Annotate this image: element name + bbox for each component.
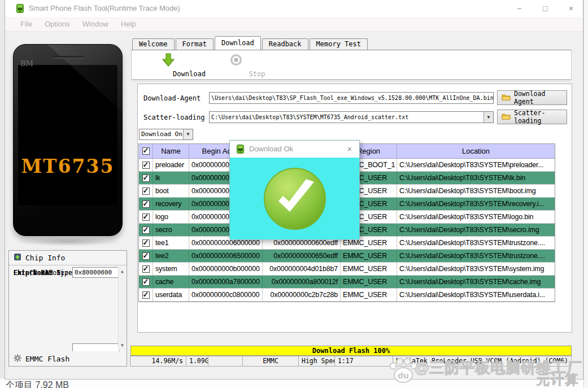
progress-bar: Download Flash 100% bbox=[130, 346, 572, 356]
select-all-checkbox-cell[interactable] bbox=[139, 144, 153, 158]
header-name[interactable]: Name bbox=[153, 144, 189, 158]
phone-illustration: MT6735 BM bbox=[13, 44, 123, 236]
stop-button[interactable]: Stop bbox=[215, 52, 257, 79]
chip-field-label: Extern RAM Size: bbox=[14, 269, 76, 277]
window-title: Smart Phone Flash Tool(Runtime Trace Mod… bbox=[29, 0, 180, 17]
row-checkbox-cell[interactable] bbox=[139, 198, 153, 210]
cell-location: C:\Users\dai\Desktop\T83\SYSTEM\system.i… bbox=[397, 263, 555, 275]
row-checkbox[interactable] bbox=[142, 239, 150, 247]
row-checkbox[interactable] bbox=[142, 213, 150, 221]
download-agent-button[interactable]: Download Agent bbox=[497, 90, 567, 105]
chip-info-scrollbar[interactable]: ▲ ▼ bbox=[118, 267, 125, 350]
scatter-file-value: C:\Users\dai\Desktop\T83\SYSTEM\MT6735_A… bbox=[211, 114, 408, 120]
status-cell: 14.96M/s bbox=[130, 356, 186, 367]
scatter-loading-button[interactable]: Scatter-loading bbox=[497, 110, 567, 124]
table-row[interactable]: cache 0x00000000a7800000 0x00000000a8000… bbox=[139, 276, 555, 289]
cell-partition-name: preloader bbox=[153, 159, 189, 171]
download-agent-label: Download-Agent bbox=[143, 94, 201, 102]
scatter-file-combo[interactable]: C:\Users\dai\Desktop\T83\SYSTEM\MT6735_A… bbox=[209, 111, 494, 123]
chip-info-row: Extern RAM Size: 0x80000000 bbox=[9, 265, 127, 280]
cell-end-address: 0x00000000c2b7c28b bbox=[263, 289, 341, 301]
chip-info-header: Chip Info bbox=[9, 251, 127, 265]
emmc-flash-panel: EMMC Flash bbox=[8, 351, 127, 367]
combo-dropdown-icon[interactable]: ▼ bbox=[183, 129, 193, 139]
row-checkbox-cell[interactable] bbox=[139, 276, 153, 288]
tab[interactable]: Download bbox=[215, 36, 261, 50]
cell-location: C:\Users\dai\Desktop\T83\SYSTEM\lk.bin bbox=[397, 172, 555, 184]
table-row[interactable]: userdata 0x00000000c0800000 0x00000000c2… bbox=[139, 289, 555, 302]
status-cell: 1.09G bbox=[186, 356, 208, 367]
row-checkbox[interactable] bbox=[142, 291, 150, 299]
menu-item[interactable]: Help bbox=[115, 17, 142, 31]
row-checkbox-cell[interactable] bbox=[139, 224, 153, 236]
header-location[interactable]: Location bbox=[397, 144, 555, 158]
tab[interactable]: Readback bbox=[262, 38, 308, 50]
cell-partition-name: lk bbox=[153, 172, 189, 184]
scroll-down-icon[interactable]: ▼ bbox=[119, 343, 126, 348]
status-cell: 1:17 bbox=[334, 356, 393, 367]
cell-partition-name: userdata bbox=[153, 289, 189, 301]
download-agent-input[interactable]: \Users\dai\Desktop\T83\SP_Flash_Tool_exe… bbox=[209, 92, 494, 104]
chip-info-panel: Chip Info Chip Name: MT6735_S00 Chip Ver… bbox=[8, 250, 127, 352]
row-checkbox-cell[interactable] bbox=[139, 250, 153, 262]
status-cell: EMMC bbox=[242, 356, 299, 367]
cell-region: EMMC_USER bbox=[341, 263, 397, 275]
folder-icon bbox=[502, 112, 511, 121]
row-checkbox[interactable] bbox=[142, 278, 150, 286]
menu-bar: File Options Window Help bbox=[5, 17, 583, 32]
row-checkbox-cell[interactable] bbox=[139, 263, 153, 275]
menu-item[interactable]: Options bbox=[38, 17, 76, 31]
download-button-label: Download bbox=[168, 70, 210, 78]
cell-location: C:\Users\dai\Desktop\T83\SYSTEM\preloade… bbox=[397, 159, 555, 171]
phone-brand-text: BM bbox=[20, 59, 33, 68]
cell-region: EMMC_USER bbox=[341, 289, 397, 301]
row-checkbox-cell[interactable] bbox=[139, 172, 153, 184]
desktop-background-strip bbox=[0, 378, 588, 388]
row-checkbox-cell[interactable] bbox=[139, 237, 153, 249]
chip-field-value-partial[interactable] bbox=[72, 343, 120, 352]
table-row[interactable]: system 0x000000000b000000 0x000000004d01… bbox=[139, 263, 555, 276]
row-checkbox[interactable] bbox=[142, 200, 150, 208]
download-mode-combo[interactable]: Download Only ▼ bbox=[139, 129, 193, 140]
row-checkbox[interactable] bbox=[142, 175, 150, 182]
row-checkbox[interactable] bbox=[142, 252, 150, 260]
cell-location: C:\Users\dai\Desktop\T83\SYSTEM\cache.im… bbox=[397, 276, 555, 288]
cell-end-address: 0x000000004d01b8b7 bbox=[263, 263, 341, 275]
row-checkbox[interactable] bbox=[142, 226, 150, 234]
tab[interactable]: Format bbox=[176, 38, 214, 50]
close-button[interactable]: × bbox=[558, 0, 584, 17]
chip-info-title: Chip Info bbox=[25, 254, 65, 262]
download-button[interactable]: Download bbox=[147, 52, 189, 79]
row-checkbox[interactable] bbox=[142, 188, 150, 195]
combo-dropdown-icon[interactable]: ▼ bbox=[484, 112, 493, 123]
cell-location: C:\Users\dai\Desktop\T83\SYSTEM\boot.img bbox=[397, 185, 555, 197]
row-checkbox[interactable] bbox=[142, 265, 150, 273]
menu-item[interactable]: Window bbox=[76, 17, 115, 31]
cell-partition-name: recovery bbox=[153, 198, 189, 210]
row-checkbox[interactable] bbox=[142, 162, 150, 169]
cell-location: C:\Users\dai\Desktop\T83\SYSTEM\userdata… bbox=[397, 289, 555, 301]
folder-icon bbox=[502, 93, 511, 102]
tab[interactable]: Welcome bbox=[132, 38, 175, 50]
minimize-button[interactable]: − bbox=[506, 0, 532, 17]
row-checkbox-cell[interactable] bbox=[139, 211, 153, 223]
dialog-title-bar[interactable]: Download Ok × bbox=[230, 141, 359, 158]
cell-location: C:\Users\dai\Desktop\T83\SYSTEM\secro.im… bbox=[397, 224, 555, 236]
phone-shadow bbox=[15, 237, 120, 246]
row-checkbox-cell[interactable] bbox=[139, 185, 153, 197]
scroll-up-icon[interactable]: ▲ bbox=[119, 269, 126, 274]
row-checkbox-cell[interactable] bbox=[139, 159, 153, 171]
cell-partition-name: system bbox=[153, 263, 189, 275]
menu-item[interactable]: File bbox=[14, 17, 38, 31]
row-checkbox-cell[interactable] bbox=[139, 289, 153, 301]
download-agent-button-label: Download Agent bbox=[514, 90, 567, 106]
maximize-button[interactable]: □ bbox=[532, 0, 558, 17]
select-all-checkbox[interactable] bbox=[142, 147, 150, 155]
chip-field-value[interactable]: 0x80000000 bbox=[72, 267, 120, 278]
stop-button-label: Stop bbox=[236, 70, 278, 78]
table-row[interactable]: tee2 0x0000000006500000 0x000000000650ed… bbox=[139, 250, 555, 263]
tab[interactable]: Memory Test bbox=[310, 38, 368, 50]
dialog-close-icon[interactable]: × bbox=[340, 141, 359, 158]
cell-partition-name: logo bbox=[153, 211, 189, 223]
cell-location: C:\Users\dai\Desktop\T83\SYSTEM\recovery… bbox=[397, 198, 555, 210]
